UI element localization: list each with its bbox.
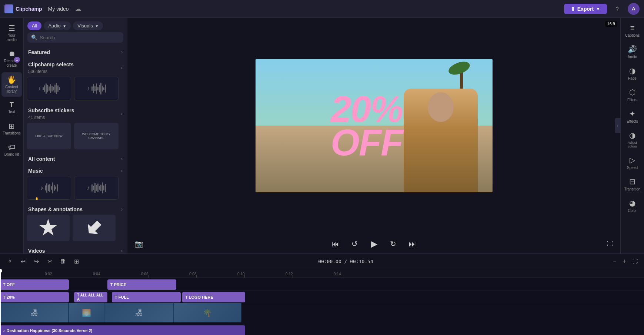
transitions-icon: ⊞ bbox=[9, 122, 15, 130]
all-content-chevron: › bbox=[121, 156, 123, 162]
sidebar-item-your-media[interactable]: ☰ Your media bbox=[1, 21, 22, 45]
video-clip-3[interactable]: 🏖 bbox=[104, 303, 174, 322]
right-nav-audio[interactable]: 🔊 Audio bbox=[622, 42, 643, 62]
filter-bar: All Audio ▼ Visuals ▼ bbox=[24, 18, 127, 32]
music-items: ♪ 👆 1 bbox=[27, 176, 124, 200]
top-bar: Clipchamp My video ☁ ⬆ Export ▼ ? A bbox=[0, 0, 644, 18]
shape-item-arrow[interactable] bbox=[73, 215, 116, 241]
clipchamp-select-item-1[interactable]: ♪ bbox=[27, 77, 71, 100]
cut-button[interactable]: ✂ bbox=[44, 256, 55, 266]
sidebar-item-brand-kit[interactable]: 🏷 Brand kit bbox=[1, 140, 22, 160]
collapse-panel-button[interactable]: ‹ bbox=[615, 118, 621, 133]
filters-icon: ⬡ bbox=[629, 88, 635, 97]
effects-icon: ✦ bbox=[629, 109, 635, 118]
text-track-row-2: T 20% T ALL ALL ALL A T FULL T LOGO HERE bbox=[0, 291, 644, 303]
rewind-to-start-button[interactable]: ⏮ bbox=[329, 237, 342, 251]
add-media-button[interactable]: ⊞ bbox=[71, 256, 81, 266]
right-nav-color[interactable]: ◕ Color bbox=[622, 196, 643, 216]
audio-clip-icon: ♪ bbox=[3, 328, 5, 333]
filter-all-button[interactable]: All bbox=[27, 21, 41, 30]
filter-audio-button[interactable]: Audio ▼ bbox=[44, 21, 71, 30]
sidebar-item-content-library[interactable]: 🖐 Contentlibrary bbox=[1, 72, 22, 97]
clip-logo-here[interactable]: T LOGO HERE bbox=[182, 292, 245, 302]
pointer-tool-button[interactable]: ⌖ bbox=[4, 256, 15, 266]
export-button[interactable]: ⬆ Export ▼ bbox=[564, 4, 607, 14]
clipchamp-selects-header[interactable]: Clipchamp selects 536 items › bbox=[27, 57, 124, 77]
sidebar-item-transitions[interactable]: ⊞ Transitions bbox=[1, 119, 22, 139]
delete-button[interactable]: 🗑 bbox=[58, 256, 68, 266]
video-title[interactable]: My video bbox=[48, 6, 69, 12]
audio-clip-destination-happiness[interactable]: ♪ Destination Happiness (30 Seconds Vers… bbox=[0, 325, 245, 335]
shapes-header[interactable]: Shapes & annotations › bbox=[27, 203, 124, 215]
play-button[interactable]: ▶ bbox=[367, 237, 381, 251]
undo-button[interactable]: ↩ bbox=[18, 256, 28, 266]
clip-20pct[interactable]: T 20% bbox=[0, 292, 69, 302]
subscribe-sticker-item-2[interactable]: WELCOME TO MY CHANNEL bbox=[74, 123, 119, 149]
all-content-header[interactable]: All content › bbox=[27, 152, 124, 164]
right-nav-captions[interactable]: ≡ Captions bbox=[622, 21, 643, 40]
preview-area: 20% OFF 16:9 ‹ 📷 ⏮ ↺ ▶ ↻ ⏭ ⛶ bbox=[127, 18, 620, 253]
text-icon: T bbox=[10, 101, 14, 109]
brand-kit-icon: 🏷 bbox=[8, 143, 16, 152]
captions-icon: ≡ bbox=[630, 24, 635, 32]
music-header[interactable]: Music › bbox=[27, 164, 124, 176]
clip-label: T 20% bbox=[3, 295, 15, 299]
videos-header[interactable]: Videos › bbox=[27, 244, 124, 253]
filter-visuals-button[interactable]: Visuals ▼ bbox=[73, 21, 103, 30]
forward-button[interactable]: ↻ bbox=[387, 237, 400, 251]
timeline-timestamp: 00:00.00 / 00:10.54 bbox=[318, 259, 373, 264]
video-clip-1[interactable]: 🏖 bbox=[0, 303, 69, 322]
right-nav-filters[interactable]: ⬡ Filters bbox=[622, 85, 643, 105]
skip-to-end-button[interactable]: ⏭ bbox=[406, 237, 419, 251]
right-nav-transition[interactable]: ⊟ Transition bbox=[622, 174, 643, 194]
search-icon: 🔍 bbox=[31, 34, 37, 40]
music-item-1[interactable]: ♪ 👆 1 bbox=[27, 176, 71, 200]
logo[interactable]: Clipchamp bbox=[4, 4, 42, 13]
timeline-ruler: 0:02 0:04 0:06 0:08 0:10 0:12 0:14 bbox=[0, 269, 644, 278]
search-input[interactable] bbox=[40, 35, 120, 40]
search-bar: 🔍 bbox=[27, 32, 123, 43]
color-icon: ◕ bbox=[629, 199, 635, 208]
right-nav-effects[interactable]: ✦ Effects bbox=[622, 106, 643, 126]
expand-timeline-button[interactable]: ⛶ bbox=[631, 257, 640, 266]
clip-price[interactable]: T PRICE bbox=[107, 279, 176, 290]
music-item-2[interactable]: ♪ bbox=[74, 176, 119, 200]
sidebar-item-record-create[interactable]: ⏺ Record &create 1 bbox=[1, 47, 22, 71]
subscribe-stickers-header[interactable]: Subscribe stickers 41 items › bbox=[27, 103, 124, 123]
sidebar-item-text[interactable]: T Text bbox=[1, 98, 22, 117]
zoom-out-button[interactable]: − bbox=[610, 257, 619, 266]
featured-chevron: › bbox=[121, 50, 123, 55]
redo-button[interactable]: ↪ bbox=[31, 256, 41, 266]
right-nav-adjust-colors[interactable]: ◑ Adjust colors bbox=[622, 128, 643, 151]
preview-video: 20% OFF bbox=[256, 59, 493, 192]
rewind-button[interactable]: ↺ bbox=[348, 237, 361, 251]
zoom-in-button[interactable]: + bbox=[620, 257, 629, 266]
clip-full[interactable]: T FULL bbox=[112, 292, 181, 302]
cloud-icon: ☁ bbox=[75, 5, 81, 13]
clipchamp-select-item-2[interactable]: ♪ bbox=[74, 77, 119, 100]
audio-clip-label: Destination Happiness (30 Seconds Verse … bbox=[7, 328, 93, 333]
clipchamp-selects-items: ♪ bbox=[27, 77, 124, 100]
clip-off[interactable]: T OFF bbox=[0, 279, 69, 290]
right-nav-speed[interactable]: ▷ Speed bbox=[622, 153, 643, 173]
featured-section-header[interactable]: Featured › bbox=[27, 46, 124, 57]
video-clip-4[interactable]: 🌴 bbox=[174, 303, 241, 322]
content-library-icon: 🖐 bbox=[7, 75, 16, 84]
your-media-icon: ☰ bbox=[9, 24, 15, 33]
shapes-items bbox=[27, 215, 124, 241]
subscribe-stickers-items: LIKE & SUB NOW WELCOME TO MY CHANNEL bbox=[27, 123, 124, 149]
zoom-controls: − + ⛶ bbox=[610, 257, 640, 266]
video-clip-2[interactable]: 🌅 bbox=[69, 303, 104, 322]
user-avatar[interactable]: A bbox=[628, 3, 640, 15]
content-panel: All Audio ▼ Visuals ▼ 🔍 Featured › bbox=[24, 18, 127, 253]
help-icon[interactable]: ? bbox=[611, 3, 623, 15]
audio-icon: 🔊 bbox=[628, 45, 637, 54]
speed-icon: ▷ bbox=[630, 156, 635, 165]
clip-label: T ALL ALL ALL A bbox=[77, 293, 104, 301]
right-nav-fade[interactable]: ◑ Fade bbox=[622, 63, 643, 83]
clip-all[interactable]: T ALL ALL ALL A bbox=[74, 292, 107, 302]
screenshot-button[interactable]: 📷 bbox=[135, 240, 143, 248]
shape-item-starburst[interactable] bbox=[27, 215, 70, 241]
subscribe-sticker-item-1[interactable]: LIKE & SUB NOW bbox=[27, 123, 71, 149]
fullscreen-button[interactable]: ⛶ bbox=[607, 241, 613, 247]
